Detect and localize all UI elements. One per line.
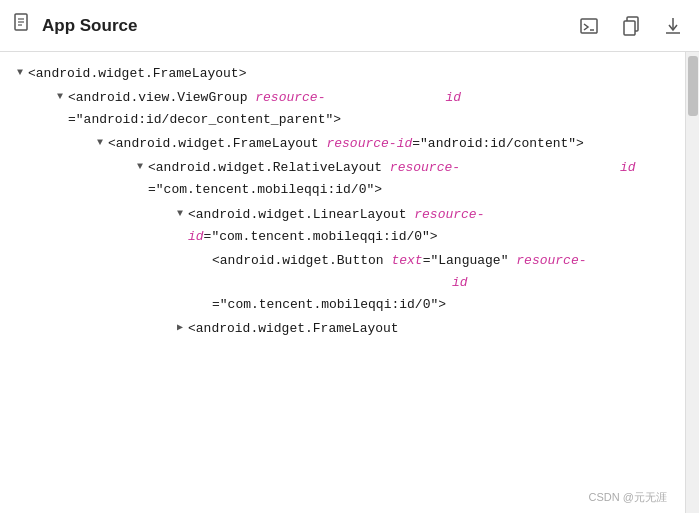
header: App Source [0,0,699,52]
attr-name-5: resource- [414,204,484,226]
tree-content-7: <android.widget.FrameLayout [188,318,685,340]
tree-node-3: ▼ <android.widget.FrameLayout resource-i… [12,132,685,156]
tag-2: <android.view.ViewGroup [68,87,255,109]
attr-name-6c: id [452,272,468,294]
tree-row-3: ▼ <android.widget.FrameLayout resource-i… [12,132,685,156]
tree-row-7: ▶ <android.widget.FrameLayout [12,317,685,341]
download-button[interactable] [659,14,687,38]
attr-val-3: ="android:id/content"> [412,133,584,155]
main-area: ▼ <android.widget.FrameLayout> ▼ <androi… [0,52,699,513]
attr-name-4b: id [620,157,636,179]
attr-val-2: ="android:id/decor_content_parent"> [68,109,341,131]
attr-name-6: text [391,250,422,272]
tree-node-6: <android.widget.Button text="Language" r… [12,249,685,317]
tag-4: <android.widget.RelativeLayout [148,157,390,179]
tag-6: <android.widget.Button [212,250,391,272]
tag-5: <android.widget.LinearLayout [188,204,414,226]
tree-node-5: ▼ <android.widget.LinearLayout resource-… [12,203,685,249]
tag-3: <android.widget.FrameLayout [108,133,326,155]
tree-node-7: ▶ <android.widget.FrameLayout [12,317,685,341]
tree-container[interactable]: ▼ <android.widget.FrameLayout> ▼ <androi… [0,52,685,513]
toggle-1[interactable]: ▼ [12,65,28,81]
tree-content-3: <android.widget.FrameLayout resource-id=… [108,133,685,155]
tree-content-5: <android.widget.LinearLayout resource- i… [188,204,685,248]
attr-val-4: ="com.tencent.mobileqqi:id/0"> [148,179,382,201]
scrollbar-thumb[interactable] [688,56,698,116]
tree-row-1: ▼ <android.widget.FrameLayout> [12,62,685,86]
copy-button[interactable] [617,14,645,38]
toggle-3[interactable]: ▼ [92,135,108,151]
svg-rect-7 [624,21,635,35]
attr-name-6b: resource- [516,250,586,272]
tree-content-2: <android.view.ViewGroup resource- id="an… [68,87,685,131]
header-left: App Source [12,13,137,38]
tree-row-5: ▼ <android.widget.LinearLayout resource-… [12,203,685,249]
attr-name-4: resource- [390,157,460,179]
toggle-7[interactable]: ▶ [172,320,188,336]
attr-val-6a: ="Language" [423,250,517,272]
tree-row-2: ▼ <android.view.ViewGroup resource- id="… [12,86,685,132]
attr-name-2b: id [445,87,461,109]
tree-row-4: ▼ <android.widget.RelativeLayout resourc… [12,156,685,202]
toggle-2[interactable]: ▼ [52,89,68,105]
document-icon [12,13,32,38]
scrollbar-track[interactable] [685,52,699,513]
tree-node-4: ▼ <android.widget.RelativeLayout resourc… [12,156,685,202]
tree-content-6: <android.widget.Button text="Language" r… [212,250,685,316]
toggle-5[interactable]: ▼ [172,206,188,222]
page-title: App Source [42,16,137,36]
attr-val-5: ="com.tencent.mobileqqi:id/0"> [204,226,438,248]
attr-val-6b: ="com.tencent.mobileqqi:id/0"> [212,294,446,316]
terminal-button[interactable] [575,14,603,38]
toggle-4[interactable]: ▼ [132,159,148,175]
tree-content-4: <android.widget.RelativeLayout resource-… [148,157,685,201]
app-container: App Source [0,0,699,513]
attr-name-3: resource-id [326,133,412,155]
tag-7: <android.widget.FrameLayout [188,318,399,340]
svg-rect-4 [581,19,597,33]
header-actions [575,14,687,38]
tag-1: <android.widget.FrameLayout> [28,63,246,85]
attr-name-5b: id [188,226,204,248]
attr-name-2: resource- [255,87,325,109]
tree-node-1: ▼ <android.widget.FrameLayout> [12,62,685,86]
tree-node-2: ▼ <android.view.ViewGroup resource- id="… [12,86,685,132]
tree-content-1: <android.widget.FrameLayout> [28,63,685,85]
tree-row-6: <android.widget.Button text="Language" r… [12,249,685,317]
watermark: CSDN @元无涯 [589,490,667,505]
